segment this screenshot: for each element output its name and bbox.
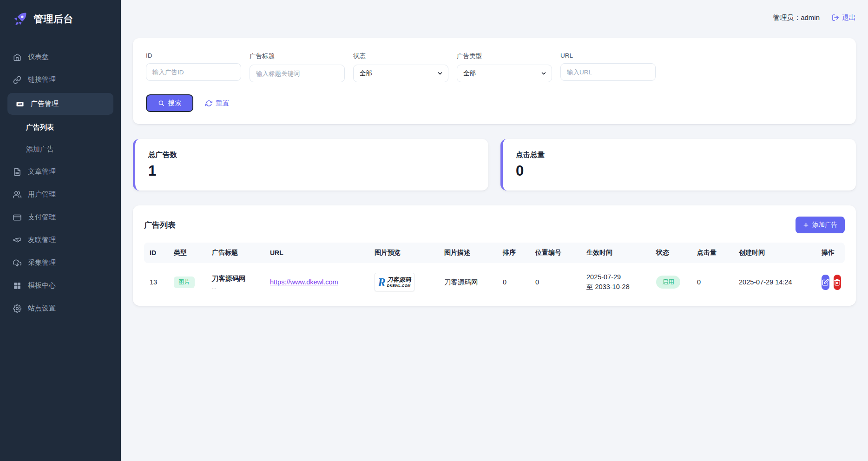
stat-card-total-clicks: 点击总量 0 (500, 139, 856, 191)
col-sort: 排序 (499, 243, 532, 263)
ad-image-preview[interactable]: R 刀客源码 DKEWL.COM (375, 273, 414, 291)
header-row: ID 类型 广告标题 URL 图片预览 图片描述 排序 位置编号 生效时间 状态… (144, 243, 845, 263)
brand-text: 刀客源码 DKEWL.COM (387, 277, 411, 287)
status-badge: 启用 (656, 276, 680, 289)
ad-id-input[interactable] (146, 63, 241, 81)
table-row: 13 图片 刀客源码网 ... https://www.dkewl.com R … (144, 263, 845, 301)
handshake-icon (13, 236, 21, 244)
sidebar-item-templates[interactable]: 模板中心 (0, 274, 121, 297)
table-header-bar: 广告列表 添加广告 (144, 217, 845, 233)
add-ad-button[interactable]: 添加广告 (796, 217, 845, 233)
cell-actions (818, 263, 845, 301)
col-type: 类型 (170, 243, 208, 263)
add-ad-button-label: 添加广告 (812, 221, 837, 229)
sidebar-subitem-add-ad[interactable]: 添加广告 (0, 138, 121, 160)
trash-icon (834, 279, 841, 286)
stat-value: 0 (516, 163, 843, 179)
sidebar-item-payments[interactable]: 支付管理 (0, 206, 121, 229)
cell-position: 0 (532, 263, 583, 301)
field-label: 状态 (353, 52, 448, 60)
url-input[interactable] (560, 63, 656, 81)
table-title: 广告列表 (144, 220, 176, 230)
reset-button[interactable]: 重置 (205, 99, 229, 108)
admin-info: 管理员：admin (773, 13, 820, 22)
ad-table: ID 类型 广告标题 URL 图片预览 图片描述 排序 位置编号 生效时间 状态… (144, 243, 845, 301)
cell-sort: 0 (499, 263, 532, 301)
cell-effective-time: 2025-07-29 至 2033-10-28 (583, 263, 652, 301)
sidebar-item-friend-links[interactable]: 友联管理 (0, 229, 121, 251)
col-image-preview: 图片预览 (371, 243, 441, 263)
col-position: 位置编号 (532, 243, 583, 263)
filter-field-title: 广告标题 (250, 52, 345, 82)
col-url: URL (266, 243, 371, 263)
sidebar-item-collection[interactable]: 采集管理 (0, 251, 121, 274)
stat-value: 1 (148, 163, 475, 179)
logout-icon (832, 14, 839, 21)
status-select-value: 全部 (360, 69, 372, 78)
sidebar-nav: 仪表盘 链接管理 Ad 广告管理 广告列表 添加广告 文章管理 用户管理 支付管… (0, 46, 121, 320)
sidebar-item-label: 用户管理 (28, 190, 56, 199)
sidebar-item-label: 站点设置 (28, 304, 56, 313)
ad-title-input[interactable] (250, 65, 345, 82)
field-label: 广告类型 (457, 52, 552, 60)
users-icon (13, 191, 21, 199)
status-select[interactable]: 全部 (353, 65, 448, 82)
cell-created: 2025-07-29 14:24 (735, 263, 818, 301)
logout-label: 退出 (842, 13, 856, 22)
search-icon (158, 100, 164, 106)
home-icon (13, 53, 21, 61)
sidebar-item-label: 文章管理 (28, 167, 56, 176)
cell-type: 图片 (170, 263, 208, 301)
article-icon (13, 168, 21, 176)
type-badge: 图片 (174, 277, 195, 288)
col-image-desc: 图片描述 (441, 243, 499, 263)
sidebar-item-links[interactable]: 链接管理 (0, 68, 121, 91)
admin-label: 管理员： (773, 13, 801, 21)
cloud-download-icon (13, 259, 21, 267)
sidebar-subitem-label: 广告列表 (26, 123, 54, 131)
app-title: 管理后台 (33, 13, 73, 26)
filter-field-id: ID (146, 52, 241, 82)
field-label: ID (146, 52, 241, 59)
sidebar-item-label: 广告管理 (31, 99, 59, 108)
sidebar: 管理后台 仪表盘 链接管理 Ad 广告管理 广告列表 添加广告 文章管理 用户管… (0, 0, 121, 461)
credit-card-icon (13, 213, 21, 222)
sidebar-item-label: 模板中心 (28, 281, 56, 290)
sidebar-item-label: 仪表盘 (28, 53, 49, 61)
grid-icon (13, 282, 21, 290)
sidebar-item-users[interactable]: 用户管理 (0, 183, 121, 206)
search-button[interactable]: 搜索 (146, 94, 193, 112)
field-label: 广告标题 (250, 52, 345, 60)
sidebar-item-site-settings[interactable]: 站点设置 (0, 297, 121, 320)
sidebar-item-ads[interactable]: Ad 广告管理 (7, 93, 113, 115)
field-label: URL (560, 52, 656, 59)
col-created: 创建时间 (735, 243, 818, 263)
cell-id: 13 (144, 263, 170, 301)
stat-cards: 总广告数 1 点击总量 0 (133, 139, 856, 191)
filter-actions: 搜索 重置 (146, 94, 843, 112)
search-button-label: 搜索 (168, 99, 181, 107)
sidebar-item-label: 支付管理 (28, 213, 56, 222)
app-logo: 管理后台 (0, 0, 121, 32)
ad-url-link[interactable]: https://www.dkewl.com (270, 278, 338, 286)
cell-image-preview: R 刀客源码 DKEWL.COM (371, 263, 441, 301)
sidebar-subitem-label: 添加广告 (26, 145, 54, 153)
stat-title: 点击总量 (516, 150, 843, 160)
sidebar-subitem-ad-list[interactable]: 广告列表 (0, 117, 121, 138)
effective-to: 至 2033-10-28 (586, 282, 649, 292)
gear-icon (13, 304, 21, 313)
refresh-icon (205, 100, 212, 107)
admin-name: admin (801, 13, 820, 21)
reset-button-label: 重置 (216, 99, 229, 108)
edit-button[interactable] (822, 275, 829, 290)
ad-type-select[interactable]: 全部 (457, 65, 552, 82)
filter-field-ad-type: 广告类型 全部 (457, 52, 552, 82)
col-status: 状态 (652, 243, 693, 263)
logout-link[interactable]: 退出 (832, 13, 856, 22)
delete-button[interactable] (834, 275, 842, 290)
sidebar-item-articles[interactable]: 文章管理 (0, 160, 121, 183)
edit-icon (822, 279, 829, 286)
sidebar-item-dashboard[interactable]: 仪表盘 (0, 46, 121, 68)
cell-url: https://www.dkewl.com (266, 263, 371, 301)
ad-title-sub: ... (212, 284, 263, 290)
